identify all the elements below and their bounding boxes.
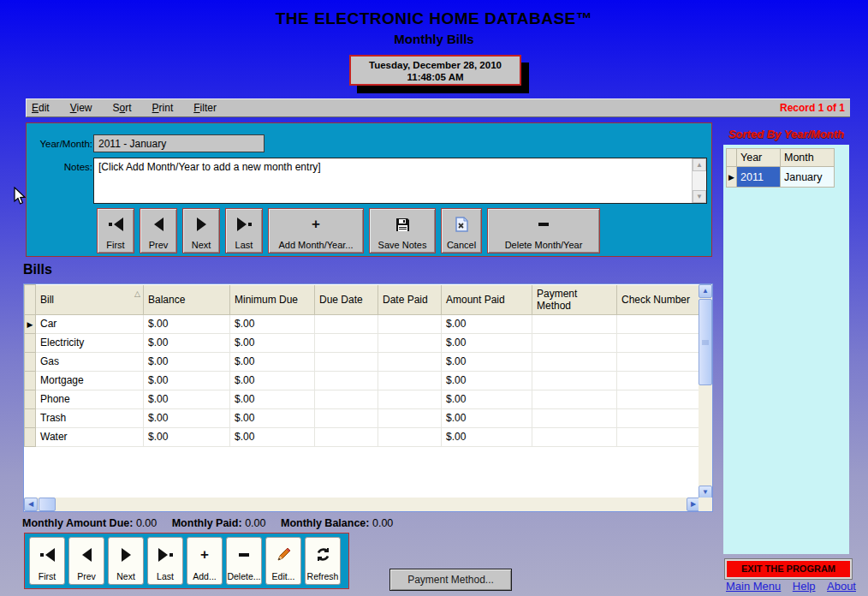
cell-bill: Water (36, 427, 144, 446)
table-row[interactable]: Electricity $.00 $.00 $.00 (25, 333, 701, 352)
table-row[interactable]: ▶ Car $.00 $.00 $.00 (25, 314, 701, 333)
year-month-label: Year/Month: (11, 139, 92, 149)
scrollbar-corner (699, 498, 712, 511)
main-menu-link[interactable]: Main Menu (726, 580, 781, 593)
edit-bill-button[interactable]: Edit... (265, 537, 301, 585)
col-year[interactable]: Year (737, 149, 781, 167)
vertical-scrollbar[interactable]: ▲ ▼ (699, 284, 712, 499)
table-row[interactable]: Trash $.00 $.00 $.00 (25, 408, 701, 427)
table-row[interactable]: Water $.00 $.00 $.00 (25, 427, 701, 446)
col-balance[interactable]: Balance (144, 285, 230, 315)
cell-minimum-due: $.00 (230, 427, 315, 446)
col-date-paid[interactable]: Date Paid (378, 285, 442, 315)
cell-payment-method (532, 314, 617, 333)
horizontal-scroll-thumb[interactable] (39, 498, 56, 511)
prev-month-button[interactable]: Prev (140, 208, 177, 253)
year-month-field[interactable]: 2011 - January (93, 134, 265, 152)
cell-balance: $.00 (144, 371, 230, 390)
floppy-disk-icon (395, 209, 410, 240)
menu-print[interactable]: Print (152, 102, 174, 114)
cell-balance: $.00 (144, 352, 230, 371)
last-month-button[interactable]: Last (225, 208, 263, 253)
horizontal-scrollbar[interactable]: ◀ ▶ (24, 498, 700, 511)
cell-check-number (617, 352, 701, 371)
cell-balance: $.00 (144, 390, 230, 408)
monthly-paid-value: 0.00 (245, 517, 265, 529)
menu-edit[interactable]: Edit (32, 102, 50, 114)
cell-minimum-due: $.00 (230, 390, 315, 408)
next-icon (122, 538, 131, 571)
bills-table: Bill△ Balance Minimum Due Due Date Date … (24, 284, 701, 447)
pencil-icon (276, 538, 292, 571)
cell-date-paid (378, 333, 442, 352)
scroll-down-icon[interactable]: ▼ (693, 190, 706, 203)
notes-label: Notes: (11, 162, 92, 172)
cell-amount-paid: $.00 (442, 314, 532, 333)
next-month-button[interactable]: Next (182, 208, 220, 253)
scroll-up-icon[interactable]: ▲ (693, 158, 706, 171)
bills-header-row: Bill△ Balance Minimum Due Due Date Date … (25, 285, 701, 315)
monthly-balance-label: Monthly Balance: (281, 517, 370, 529)
next-record-button[interactable]: Next (108, 537, 144, 585)
cell-due-date (315, 314, 378, 333)
bills-section-title: Bills (23, 262, 52, 277)
table-row[interactable]: Gas $.00 $.00 $.00 (25, 352, 701, 371)
exit-program-button[interactable]: EXIT THE PROGRAM (725, 559, 852, 579)
help-link[interactable]: Help (793, 580, 816, 593)
menu-view[interactable]: View (70, 102, 92, 114)
app-window: THE ELECTRONIC HOME DATABASE™ Monthly Bi… (0, 0, 868, 596)
record-status: Record 1 of 1 (780, 102, 845, 114)
prev-record-button[interactable]: Prev (68, 537, 104, 585)
last-record-button[interactable]: Last (147, 537, 183, 585)
delete-bill-button[interactable]: Delete... (226, 537, 262, 585)
payment-method-button[interactable]: Payment Method... (389, 569, 512, 591)
col-due-date[interactable]: Due Date (315, 285, 378, 315)
document-x-icon (455, 209, 468, 240)
sidebar-header-row: Year Month (727, 149, 835, 167)
cell-balance: $.00 (144, 427, 230, 446)
col-payment-method[interactable]: Payment Method (532, 285, 617, 315)
save-notes-button[interactable]: Save Notes (369, 208, 436, 253)
prev-icon (154, 209, 163, 240)
table-row[interactable]: Mortgage $.00 $.00 $.00 (25, 371, 701, 390)
col-check-number[interactable]: Check Number (617, 285, 701, 315)
about-link[interactable]: About (827, 580, 856, 593)
cell-amount-paid: $.00 (442, 352, 532, 371)
add-month-year-button[interactable]: + Add Month/Year... (268, 208, 364, 253)
first-month-button[interactable]: First (97, 208, 134, 253)
first-record-button[interactable]: First (29, 537, 65, 585)
scroll-up-icon[interactable]: ▲ (699, 284, 712, 298)
delete-month-year-button[interactable]: Delete Month/Year (487, 208, 600, 253)
col-bill[interactable]: Bill△ (36, 285, 144, 315)
cell-bill: Gas (36, 352, 144, 371)
cell-date-paid (378, 352, 442, 371)
row-selector (25, 408, 36, 427)
row-selector: ▶ (727, 167, 737, 188)
col-amount-paid[interactable]: Amount Paid (442, 285, 532, 315)
notes-field[interactable]: [Click Add Month/Year to add a new month… (93, 158, 707, 204)
prev-icon (82, 538, 92, 571)
vertical-scroll-thumb[interactable] (699, 299, 712, 385)
col-minimum-due[interactable]: Minimum Due (230, 285, 315, 315)
sidebar-panel: Year Month ▶ 2011 January (723, 145, 849, 554)
table-row[interactable]: Phone $.00 $.00 $.00 (25, 390, 701, 408)
cell-year: 2011 (737, 167, 781, 188)
col-month[interactable]: Month (781, 149, 835, 167)
cell-minimum-due: $.00 (230, 314, 315, 333)
add-bill-button[interactable]: + Add... (187, 537, 223, 585)
bills-table-container: Bill△ Balance Minimum Due Due Date Date … (23, 283, 713, 512)
sort-ascending-icon: △ (134, 289, 140, 298)
notes-scrollbar[interactable]: ▲ ▼ (692, 158, 706, 203)
cancel-button[interactable]: Cancel (441, 208, 482, 253)
list-item[interactable]: ▶ 2011 January (727, 167, 835, 188)
cell-amount-paid: $.00 (442, 333, 532, 352)
circular-arrows-icon (315, 538, 331, 571)
cell-balance: $.00 (144, 314, 230, 333)
scroll-left-icon[interactable]: ◀ (24, 498, 38, 511)
refresh-button[interactable]: Refresh (305, 537, 341, 585)
selector-header (25, 285, 36, 315)
menu-sort[interactable]: Sort (113, 102, 132, 114)
year-month-table: Year Month ▶ 2011 January (726, 148, 835, 188)
menu-filter[interactable]: Filter (193, 102, 217, 114)
cell-due-date (315, 371, 378, 390)
